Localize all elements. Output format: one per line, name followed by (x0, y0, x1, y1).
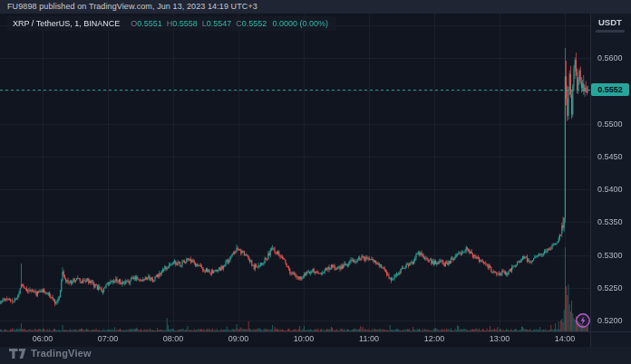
chart-legend: XRP / TetherUS, 1, BINANCEO0.5551H0.5558… (7, 16, 336, 31)
last-price-badge: 0.5552 (591, 83, 629, 96)
price-tick: 0.5250 (597, 283, 630, 292)
flash-button[interactable] (575, 312, 591, 329)
tradingview-mark-icon (9, 349, 26, 359)
price-tick: 0.5200 (597, 316, 630, 325)
time-tick: 06:00 (27, 334, 58, 344)
low-value: 0.5547 (207, 19, 232, 28)
quote-currency-label[interactable]: USDT (598, 17, 622, 27)
time-tick: 11:00 (354, 334, 384, 344)
symbol-title[interactable]: XRP / TetherUS, 1, BINANCE (13, 19, 120, 28)
price-tick: 0.5500 (597, 120, 630, 129)
price-tick: 0.5400 (597, 185, 630, 194)
price-tick: 0.5350 (597, 217, 630, 226)
tradingview-published-chart: FU9898 published on TradingView.com, Jun… (0, 0, 631, 364)
candlestick-chart-canvas[interactable] (0, 0, 631, 364)
axis-sub-label (596, 30, 625, 33)
published-banner: FU9898 published on TradingView.com, Jun… (0, 0, 631, 14)
high-value: 0.5558 (172, 19, 198, 28)
time-tick: 09:00 (223, 334, 254, 344)
time-tick: 10:00 (288, 334, 319, 344)
change-value: 0.0000 (0.00%) (272, 19, 328, 28)
price-tick: 0.5600 (597, 53, 630, 62)
time-tick: 12:00 (419, 334, 450, 344)
tradingview-logo[interactable]: TradingView (9, 348, 92, 359)
time-tick: 07:00 (92, 334, 123, 344)
tradingview-logo-text: TradingView (31, 348, 92, 359)
lightning-icon (575, 312, 591, 329)
time-tick: 08:00 (158, 334, 189, 344)
open-value: 0.5551 (137, 19, 162, 28)
time-tick: 14:00 (549, 334, 580, 344)
close-value: 0.5552 (242, 19, 267, 28)
price-tick: 0.5450 (597, 152, 630, 161)
time-tick: 13:00 (484, 334, 515, 344)
published-banner-text: FU9898 published on TradingView.com, Jun… (7, 2, 257, 11)
price-tick: 0.5300 (597, 251, 630, 260)
